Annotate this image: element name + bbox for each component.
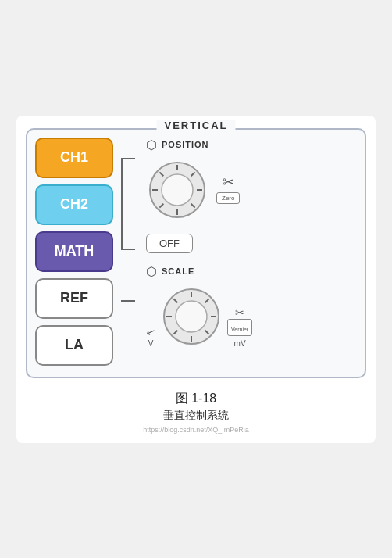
caption-subtitle: 垂直控制系统: [143, 409, 249, 423]
position-knob-area: ✂ Zero: [146, 159, 357, 221]
vernier-area: ✂ Vernier: [227, 306, 252, 336]
math-off-row: OFF: [146, 234, 357, 253]
mv-label: mV: [234, 339, 246, 348]
svg-point-11: [176, 301, 207, 332]
watermark: https://blog.csdn.net/XQ_ImPeRia: [143, 426, 249, 434]
vert-line-top: [121, 158, 123, 249]
h-line-ch2: [121, 249, 135, 250]
position-knob-svg[interactable]: [146, 159, 208, 221]
la-button[interactable]: LA: [35, 325, 113, 366]
vernier-button[interactable]: Vernier: [227, 319, 252, 336]
v-area: ↙ V: [146, 325, 155, 348]
vernier-icon: ✂: [235, 306, 244, 319]
zero-button[interactable]: Zero: [216, 192, 240, 204]
vernier-label: Vernier: [231, 327, 248, 332]
ch1-button[interactable]: CH1: [35, 138, 113, 178]
scale-label-row: ⬡ SCALE: [146, 264, 357, 279]
zero-label: Zero: [222, 195, 234, 202]
zero-area: ✂ Zero: [216, 175, 240, 204]
diagram-body: CH1 CH2 MATH REF LA: [35, 138, 357, 366]
right-controls: ⬡ POSITION: [135, 138, 357, 366]
scale-knob-area: ↙ V: [146, 285, 357, 348]
position-label-row: ⬡ POSITION: [146, 138, 357, 152]
off-button[interactable]: OFF: [146, 234, 193, 253]
diagram-box: VERTICAL CH1 CH2 MATH REF LA: [26, 128, 366, 378]
h-line-ch1: [121, 158, 135, 159]
v-label: V: [148, 339, 154, 348]
connector-lines: [121, 138, 135, 366]
scale-label: SCALE: [162, 266, 194, 276]
channel-buttons: CH1 CH2 MATH REF LA: [35, 138, 121, 366]
ref-button[interactable]: REF: [35, 278, 113, 319]
zero-icon: ✂: [223, 175, 234, 189]
caption-title: 图 1-18: [143, 391, 249, 407]
scale-arrow-icon: ⬡: [146, 264, 157, 279]
position-label: POSITION: [162, 140, 209, 149]
v-arrow-icon: ↙: [144, 324, 158, 338]
outer-container: VERTICAL CH1 CH2 MATH REF LA: [16, 116, 376, 443]
h-line-math: [121, 300, 135, 302]
position-arrow-icon: ⬡: [146, 138, 157, 152]
caption: 图 1-18 垂直控制系统 https://blog.csdn.net/XQ_I…: [143, 391, 249, 434]
mv-area: ✂ Vernier mV: [227, 306, 252, 348]
scale-knob-svg[interactable]: [160, 285, 223, 348]
svg-point-1: [162, 174, 193, 206]
ch2-button[interactable]: CH2: [35, 184, 113, 225]
math-button[interactable]: MATH: [35, 231, 113, 272]
vertical-label: VERTICAL: [157, 120, 236, 131]
